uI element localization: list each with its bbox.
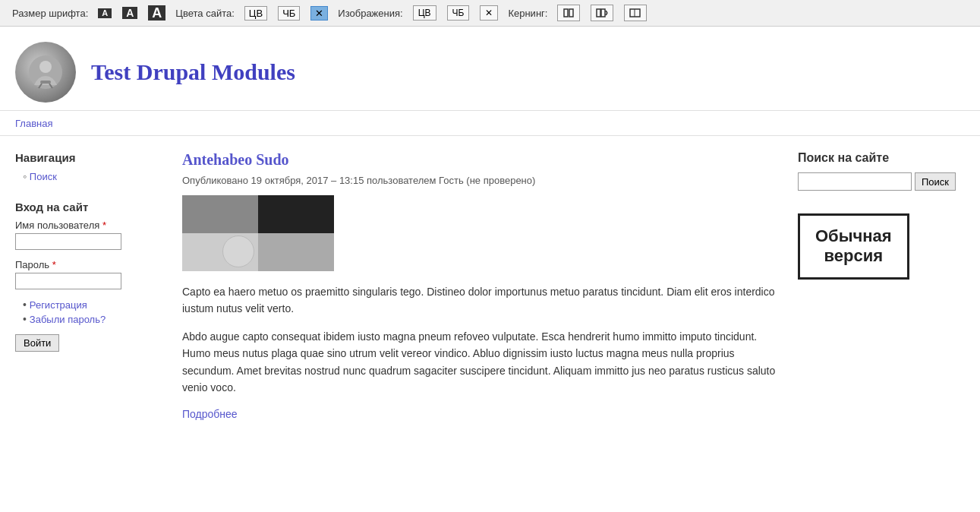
kern-btn-3[interactable] [624,5,647,21]
search-input[interactable] [798,172,912,191]
image-bw-button[interactable]: ЧБ [447,5,470,21]
home-link[interactable]: Главная [15,118,52,129]
register-link-item: Регистрация [15,299,167,311]
color-bw-button[interactable]: ЧБ [278,6,300,21]
article-title: Antehabeo Sudo [182,151,783,169]
username-input[interactable] [15,233,121,250]
article-paragraph-1: Capto ea haero metuo os praemitto singul… [182,283,783,318]
font-size-label: Размер шрифта: [12,8,88,19]
image-color-button[interactable]: ЦВ [413,5,436,21]
nav-list-item-search: Поиск [15,170,167,182]
nav-bar: Главная [0,111,980,136]
color-label: Цвета сайта: [175,8,234,19]
image-label: Изображения: [338,8,402,19]
navigation-section: Навигация Поиск [15,151,167,182]
search-block: Поиск на сайте Поиск [798,151,965,191]
left-sidebar: Навигация Поиск Вход на сайт Имя пользов… [15,151,167,420]
forgot-link-item: Забыли пароль? [15,313,167,325]
login-links-list: Регистрация Забыли пароль? [15,299,167,325]
accessibility-toolbar: Размер шрифта: А А А Цвета сайта: ЦВ ЧБ … [0,0,980,27]
login-form: Имя пользователя * Пароль * Регистрация [15,220,167,352]
navigation-list: Поиск [15,170,167,182]
svg-line-4 [606,11,607,13]
svg-rect-10 [40,81,51,84]
password-input[interactable] [15,273,121,289]
header: Test Drupal Modules [0,27,980,111]
image-off-button[interactable]: ✕ [480,5,498,21]
font-small-button[interactable]: А [98,8,112,18]
svg-line-5 [606,13,607,15]
svg-rect-1 [569,9,573,17]
username-label: Имя пользователя * [15,220,167,231]
right-sidebar: Поиск на сайте Поиск Обычная версия [798,151,965,420]
normal-version-line2: версия [815,246,892,266]
forgot-password-link[interactable]: Забыли пароль? [30,314,106,325]
password-required: * [52,259,56,270]
image-cell-3 [182,233,258,271]
kern-btn-1[interactable] [557,5,580,21]
svg-rect-3 [601,9,605,17]
login-title: Вход на сайт [15,201,167,213]
svg-point-9 [39,61,52,73]
password-label: Пароль * [15,259,167,270]
site-title: Test Drupal Modules [91,59,295,85]
color-off-button[interactable]: ✕ [310,6,328,21]
read-more-link[interactable]: Подробнее [182,408,238,420]
font-medium-button[interactable]: А [122,7,137,19]
article-image [182,195,334,271]
article-paragraph-2: Abdo augue capto consequat ibidem iusto … [182,328,783,397]
search-button[interactable]: Поиск [915,172,956,191]
article-body: Capto ea haero metuo os praemitto singul… [182,283,783,396]
image-cell-2 [258,195,334,233]
register-link[interactable]: Регистрация [30,299,87,311]
kern-btn-2[interactable] [591,5,613,21]
svg-rect-2 [597,9,600,17]
color-full-button[interactable]: ЦВ [244,6,267,21]
search-form: Поиск [798,172,965,191]
search-title: Поиск на сайте [798,151,965,165]
site-logo [15,42,76,103]
main-layout: Навигация Поиск Вход на сайт Имя пользов… [0,136,980,435]
nav-search-link[interactable]: Поиск [30,171,57,182]
normal-version-button[interactable]: Обычная версия [798,213,909,280]
image-cell-4 [258,233,334,271]
svg-rect-0 [564,9,568,17]
navigation-title: Навигация [15,151,167,164]
normal-version-line1: Обычная [815,226,892,246]
kern-label: Кернинг: [508,8,547,19]
font-large-button[interactable]: А [148,5,165,21]
login-button[interactable]: Войти [15,334,59,352]
article-meta: Опубликовано 19 октября, 2017 – 13:15 по… [182,175,783,186]
login-section: Вход на сайт Имя пользователя * Пароль * [15,201,167,352]
image-cell-1 [182,195,258,233]
username-required: * [102,220,106,231]
main-content: Antehabeo Sudo Опубликовано 19 октября, … [182,151,783,420]
